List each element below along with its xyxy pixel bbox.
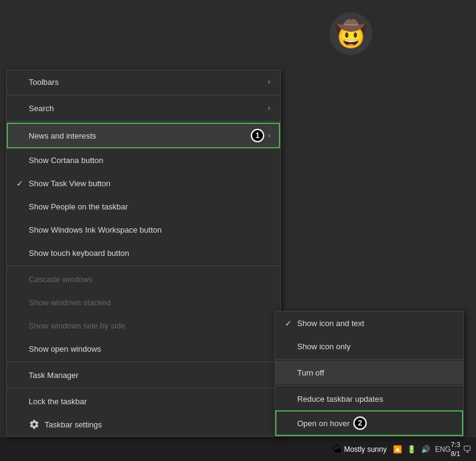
taskbar: 🌤 Mostly sunny 🔼 🔋 🔊 ENG 7:3 8/1 🗨 xyxy=(0,437,476,461)
menu-item-cascade: Cascade windows xyxy=(7,267,280,291)
menu-item-stacked: Show windows stacked xyxy=(7,291,280,314)
label-taskbar-settings: Taskbar settings xyxy=(45,420,270,429)
label-stacked: Show windows stacked xyxy=(29,298,270,307)
menu-item-open-windows[interactable]: Show open windows xyxy=(7,337,280,360)
label-reduce-updates: Reduce taskbar updates xyxy=(297,394,383,404)
label-taskview: Show Task View button xyxy=(29,179,270,188)
label-task-manager: Task Manager xyxy=(29,371,270,380)
menu-item-search[interactable]: Search › xyxy=(7,96,280,120)
clock-date: 8/1 xyxy=(451,449,460,458)
separator-after-toolbars xyxy=(7,95,280,95)
separator-after-search xyxy=(7,121,280,122)
menu-item-people[interactable]: Show People on the taskbar xyxy=(7,195,280,218)
notification-icon[interactable]: 🗨 xyxy=(463,445,471,454)
menu-item-news-interests[interactable]: News and interests 1 › xyxy=(7,123,280,148)
separator-1 xyxy=(7,266,280,266)
check-taskview: ✓ xyxy=(16,179,29,188)
arrow-toolbars: › xyxy=(268,78,270,86)
avatar-emoji: 🤠 xyxy=(335,19,367,49)
label-side-by-side: Show windows side by side xyxy=(29,321,270,330)
arrow-news: › xyxy=(268,131,270,140)
label-search: Search xyxy=(29,104,268,113)
menu-item-cortana[interactable]: Show Cortana button xyxy=(7,148,280,172)
chevron-up-icon[interactable]: 🔼 xyxy=(393,445,402,454)
check-icon-text: ✓ xyxy=(285,319,297,328)
context-menu-sub: ✓ Show icon and text Show icon only Turn… xyxy=(275,311,464,437)
avatar: 🤠 xyxy=(330,12,372,55)
context-menu-main: Toolbars › Search › News and interests 1… xyxy=(6,70,281,437)
arrow-search: › xyxy=(268,104,270,112)
menu-item-task-manager[interactable]: Task Manager xyxy=(7,363,280,387)
label-icon-only: Show icon only xyxy=(297,342,350,351)
sub-menu-item-turn-off[interactable]: Turn off xyxy=(275,361,463,384)
menu-item-ink[interactable]: Show Windows Ink Workspace button xyxy=(7,218,280,241)
language-indicator[interactable]: ENG xyxy=(435,445,451,454)
sub-menu-item-open-hover[interactable]: Open on hover 2 xyxy=(275,410,463,436)
menu-item-taskbar-settings[interactable]: Taskbar settings xyxy=(7,413,280,436)
gear-icon xyxy=(29,419,40,430)
badge-open-hover: 2 xyxy=(353,416,367,430)
weather-text: Mostly sunny xyxy=(344,445,387,454)
avatar-area: 🤠 xyxy=(330,12,378,61)
battery-icon: 🔋 xyxy=(407,445,416,454)
menu-item-side-by-side: Show windows side by side xyxy=(7,314,280,337)
weather-icon: 🌤 xyxy=(332,444,342,455)
label-toolbars: Toolbars xyxy=(29,78,268,87)
weather-area[interactable]: 🌤 Mostly sunny xyxy=(332,444,387,455)
sub-separator-2 xyxy=(275,385,463,386)
sub-menu-item-icon-text[interactable]: ✓ Show icon and text xyxy=(275,311,463,335)
sub-menu-item-reduce-updates[interactable]: Reduce taskbar updates xyxy=(275,387,463,410)
badge-news: 1 xyxy=(251,129,264,142)
sub-menu-item-icon-only[interactable]: Show icon only xyxy=(275,335,463,358)
menu-item-taskview[interactable]: ✓ Show Task View button xyxy=(7,172,280,195)
label-cascade: Cascade windows xyxy=(29,275,270,284)
label-open-windows: Show open windows xyxy=(29,344,270,354)
volume-icon[interactable]: 🔊 xyxy=(421,445,430,454)
menu-item-toolbars[interactable]: Toolbars › xyxy=(7,70,280,93)
separator-3 xyxy=(7,388,280,388)
sub-separator-1 xyxy=(275,359,463,360)
label-turn-off: Turn off xyxy=(297,368,324,377)
clock-time: 7:3 xyxy=(451,440,460,449)
label-ink: Show Windows Ink Workspace button xyxy=(29,225,270,234)
label-icon-text: Show icon and text xyxy=(297,319,364,328)
label-lock-taskbar: Lock the taskbar xyxy=(29,397,270,406)
label-touch: Show touch keyboard button xyxy=(29,249,270,258)
label-news-interests: News and interests xyxy=(29,131,246,140)
separator-2 xyxy=(7,361,280,362)
taskbar-icons: 🔼 🔋 🔊 ENG xyxy=(393,445,451,454)
clock[interactable]: 7:3 8/1 xyxy=(451,440,460,458)
menu-item-touch[interactable]: Show touch keyboard button xyxy=(7,241,280,264)
menu-item-lock-taskbar[interactable]: Lock the taskbar xyxy=(7,390,280,413)
label-open-hover: Open on hover xyxy=(297,419,350,428)
label-cortana: Show Cortana button xyxy=(29,156,270,165)
label-people: Show People on the taskbar xyxy=(29,202,270,211)
